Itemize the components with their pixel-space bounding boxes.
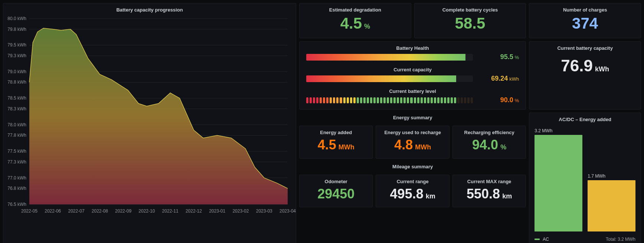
svg-text:76.8 kWh: 76.8 kWh — [7, 186, 26, 191]
svg-text:79.8 kWh: 79.8 kWh — [7, 27, 26, 32]
gauge-title: Battery Health — [300, 42, 526, 53]
svg-text:80.0 kWh: 80.0 kWh — [7, 16, 26, 21]
stat-value-wrap: 58.5 — [455, 15, 486, 32]
svg-text:78.8 kWh: 78.8 kWh — [7, 80, 26, 85]
energy-row: Energy added 4.5MWh Energy used to recha… — [299, 126, 526, 159]
stat-unit: kWh — [595, 65, 609, 73]
svg-text:77.5 kWh: 77.5 kWh — [7, 149, 26, 154]
stat-title: Energy used to recharge — [376, 126, 449, 137]
gauge-battery-health[interactable]: Battery Health 95.5% Current capacity 69… — [299, 41, 526, 110]
gauge-segments — [306, 97, 473, 103]
stat-value: 58.5 — [455, 14, 486, 32]
bar-dc[interactable]: 1.7 MWh — [588, 174, 635, 231]
svg-text:2022-12: 2022-12 — [186, 208, 202, 214]
svg-text:2022-06: 2022-06 — [45, 208, 61, 214]
stat-charges[interactable]: Number of charges 374 — [529, 3, 641, 38]
svg-text:77.8 kWh: 77.8 kWh — [7, 133, 26, 138]
legend-swatch — [535, 239, 540, 240]
energy-summary-heading: Energy summary — [299, 113, 526, 123]
stat-current-range[interactable]: Current range 495.8km — [376, 175, 449, 208]
stat-title: Current battery capacity — [529, 42, 641, 53]
stat-title: Number of charges — [529, 3, 641, 15]
gauge-title: Current battery level — [300, 82, 526, 96]
stat-degradation[interactable]: Estimated degradation 4.5% — [299, 3, 411, 38]
stat-value-wrap: 29450 — [317, 187, 354, 201]
svg-text:77.0 kWh: 77.0 kWh — [7, 175, 26, 181]
bars-legend[interactable]: ACTotal: 3.2 MWhDCTotal: 1.7 MWh — [529, 233, 641, 243]
gauge-track — [306, 54, 473, 61]
stat-value-wrap: 4.5% — [340, 15, 370, 32]
stat-value: 76.9 — [561, 56, 593, 75]
stat-value-wrap: 495.8km — [390, 187, 435, 201]
bar-label: 3.2 MWh — [535, 128, 552, 133]
svg-text:78.0 kWh: 78.0 kWh — [7, 122, 26, 127]
stat-current-capacity[interactable]: Current battery capacity 76.9kWh — [529, 41, 641, 110]
svg-text:79.5 kWh: 79.5 kWh — [7, 42, 26, 48]
stat-odometer[interactable]: Odometer 29450 — [299, 175, 373, 208]
stat-value-wrap: 374 — [572, 15, 598, 32]
mileage-summary-heading: Mileage summary — [299, 162, 526, 172]
stat-value-wrap: 76.9kWh — [561, 57, 609, 75]
stat-energy-used[interactable]: Energy used to recharge 4.8MWh — [376, 126, 449, 159]
stat-value-wrap: 4.5MWh — [318, 137, 354, 152]
stat-title: Estimated degradation — [300, 3, 411, 15]
stat-title: Energy added — [300, 126, 372, 137]
gauge-value: 69.24kWh — [478, 75, 519, 82]
panel-title: AC/DC – Energy added — [529, 113, 641, 124]
bar-ac[interactable]: 3.2 MWh — [535, 128, 582, 231]
svg-text:2022-10: 2022-10 — [138, 208, 155, 214]
gauge-fill — [306, 54, 465, 61]
legend-row-ac[interactable]: ACTotal: 3.2 MWh — [535, 237, 635, 242]
svg-text:2023-02: 2023-02 — [232, 208, 249, 214]
bars-plot: 3.2 MWh1.7 MWh — [529, 124, 641, 233]
stat-title: Current range — [376, 175, 449, 187]
gauge-fill — [306, 75, 456, 82]
gauge-title: Current capacity — [300, 61, 526, 75]
battery-capacity-chart-panel[interactable]: Battery capacity progression 76.5 kWh76.… — [3, 3, 296, 243]
right-column: Estimated degradation 4.5% Complete batt… — [299, 3, 641, 243]
stat-title: Current MAX range — [453, 175, 526, 187]
svg-text:2022-07: 2022-07 — [68, 208, 85, 214]
dashboard: Battery capacity progression 76.5 kWh76.… — [0, 0, 644, 243]
stat-cycles[interactable]: Complete battery cycles 58.5 — [414, 3, 526, 38]
chart-plot-area[interactable]: 76.5 kWh76.8 kWh77.0 kWh77.3 kWh77.5 kWh… — [3, 15, 296, 243]
legend-total-label: Total: 3.2 MWh — [606, 237, 635, 242]
stat-value: 374 — [572, 14, 598, 32]
stat-title: Odometer — [300, 175, 372, 187]
stat-title: Recharging efficiency — [453, 126, 526, 137]
stat-value-wrap: 4.8MWh — [394, 137, 431, 152]
svg-text:2023-04: 2023-04 — [279, 208, 296, 214]
stat-value-wrap: 94.0% — [472, 137, 506, 152]
gauge: 90.0% — [300, 96, 526, 104]
bar-label: 1.7 MWh — [588, 174, 605, 179]
gauge: 69.24kWh — [300, 75, 526, 82]
svg-text:2022-08: 2022-08 — [92, 208, 108, 214]
svg-text:78.5 kWh: 78.5 kWh — [7, 95, 26, 101]
gauge-value: 90.0% — [478, 96, 519, 104]
gauge-track — [306, 75, 473, 82]
mileage-row: Odometer 29450 Current range 495.8km Cur… — [299, 175, 526, 208]
stat-unit: % — [364, 23, 370, 30]
panel-title: Battery capacity progression — [3, 3, 296, 15]
svg-text:2022-09: 2022-09 — [115, 208, 131, 214]
svg-text:79.0 kWh: 79.0 kWh — [7, 69, 26, 74]
stat-efficiency[interactable]: Recharging efficiency 94.0% — [452, 126, 526, 159]
gauge: 95.5% — [300, 53, 526, 61]
svg-text:76.5 kWh: 76.5 kWh — [7, 202, 26, 207]
svg-text:79.3 kWh: 79.3 kWh — [7, 53, 26, 58]
stat-value: 4.5 — [340, 14, 362, 32]
stat-max-range[interactable]: Current MAX range 550.8km — [452, 175, 526, 208]
svg-text:2022-05: 2022-05 — [21, 208, 37, 214]
chart-svg: 76.5 kWh76.8 kWh77.0 kWh77.3 kWh77.5 kWh… — [29, 15, 291, 216]
gauge-value: 95.5% — [478, 53, 519, 61]
svg-text:77.3 kWh: 77.3 kWh — [7, 159, 26, 165]
stat-title: Complete battery cycles — [415, 3, 526, 15]
svg-text:78.3 kWh: 78.3 kWh — [7, 106, 26, 111]
svg-text:2023-03: 2023-03 — [256, 208, 272, 214]
acdc-panel[interactable]: AC/DC – Energy added 3.2 MWh1.7 MWh ACTo… — [529, 113, 641, 243]
svg-text:2023-01: 2023-01 — [209, 208, 225, 214]
bar-rect — [535, 135, 582, 231]
bar-rect — [588, 180, 635, 231]
legend-name: AC — [543, 237, 549, 242]
stat-energy-added[interactable]: Energy added 4.5MWh — [299, 126, 373, 159]
